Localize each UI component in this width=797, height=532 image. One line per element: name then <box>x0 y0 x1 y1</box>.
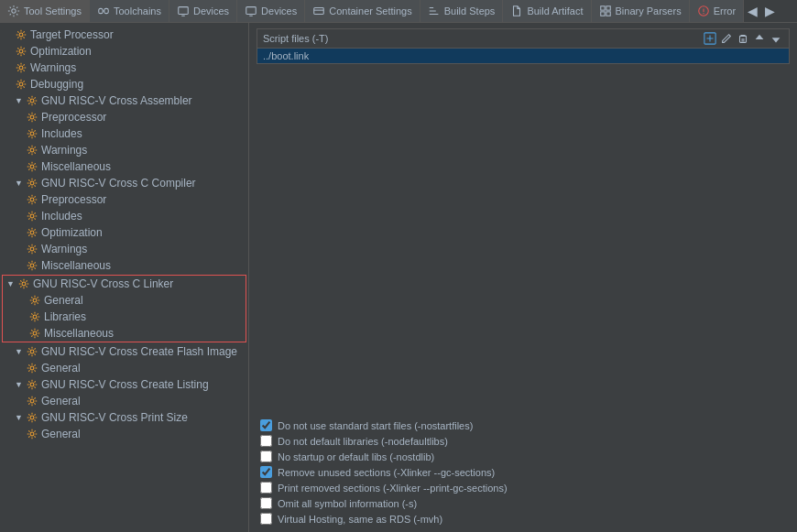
tree-group-cross-assembler[interactable]: ▼ GNU RISC-V Cross Assembler <box>0 92 248 109</box>
svg-point-28 <box>30 214 34 218</box>
tree-item-cc-optimization[interactable]: Optimization <box>0 224 248 241</box>
gear-icon-cl-gen <box>28 294 41 307</box>
gear-icon-opt <box>15 45 27 58</box>
tab-nav-left[interactable]: ◀ <box>744 0 761 22</box>
gear-icon-cp-gen <box>26 428 38 440</box>
tab-toolchains-label: Toolchains <box>114 5 161 16</box>
tree-item-cc-warnings[interactable]: Warnings <box>0 241 248 257</box>
script-empty-area <box>249 64 797 412</box>
svg-point-27 <box>30 198 34 201</box>
tree-item-cc-preprocessor[interactable]: Preprocessor <box>0 191 248 208</box>
checkbox-print-gc-sections[interactable] <box>260 482 272 494</box>
svg-point-20 <box>19 82 23 86</box>
gear-icon-cc-opt <box>26 226 38 239</box>
tab-build-artifact[interactable]: Build Artifact <box>503 0 591 22</box>
tab-tool-settings[interactable]: Tool Settings <box>0 0 90 22</box>
script-down-button[interactable] <box>769 31 783 46</box>
svg-point-38 <box>30 383 34 386</box>
svg-rect-10 <box>600 6 604 10</box>
tree-item-cp-general[interactable]: General <box>0 426 248 442</box>
tab-tool-settings-label: Tool Settings <box>24 5 82 16</box>
checkbox-nostartfiles[interactable] <box>260 419 272 431</box>
cross-assembler-label: GNU RISC-V Cross Assembler <box>41 94 192 107</box>
ca-warnings-label: Warnings <box>41 144 87 157</box>
chain-icon <box>97 5 110 17</box>
svg-point-36 <box>30 350 34 353</box>
tab-build-steps[interactable]: Build Steps <box>420 0 504 22</box>
tree-item-clt-general[interactable]: General <box>0 393 248 409</box>
checkbox-strip-all[interactable] <box>260 497 272 509</box>
gear-icon-cl-misc <box>28 327 41 340</box>
tab-bar: Tool Settings Toolchains Devices Devices… <box>0 0 797 23</box>
option-nodefaultlibs-label: Do not default libraries (-nodefaultlibs… <box>278 436 448 447</box>
container-icon <box>312 5 325 17</box>
tree-item-cf-general[interactable]: General <box>0 360 248 376</box>
tree-item-ca-misc[interactable]: Miscellaneous <box>0 158 248 175</box>
tree-item-ca-preprocessor[interactable]: Preprocessor <box>0 109 248 125</box>
gear-icon-linker <box>17 277 30 290</box>
svg-rect-4 <box>179 7 189 15</box>
tree-item-cl-general[interactable]: General <box>3 292 246 309</box>
gear-icon-ca-pre <box>26 111 38 124</box>
triangle-icon-assembler: ▼ <box>15 96 23 105</box>
svg-rect-1 <box>99 8 103 13</box>
tab-error[interactable]: Error <box>690 0 744 22</box>
tree-item-cl-misc[interactable]: Miscellaneous <box>3 325 246 342</box>
debugging-label: Debugging <box>30 78 83 91</box>
tab-binary-parsers-label: Binary Parsers <box>616 5 682 16</box>
svg-point-37 <box>30 366 34 370</box>
script-file-item[interactable]: ../boot.link <box>257 49 789 63</box>
svg-point-31 <box>30 264 34 267</box>
svg-rect-6 <box>246 7 257 15</box>
cc-warnings-label: Warnings <box>41 243 87 255</box>
tab-devices2[interactable]: Devices <box>237 0 305 22</box>
tree-group-flash[interactable]: ▼ GNU RISC-V Cross Create Flash Image <box>0 343 248 360</box>
tab-nav-right[interactable]: ▶ <box>761 0 779 22</box>
tree-item-ca-warnings[interactable]: Warnings <box>0 142 248 158</box>
tab-binary-parsers[interactable]: Binary Parsers <box>592 0 690 22</box>
tree-group-c-compiler[interactable]: ▼ GNU RISC-V Cross C Compiler <box>0 175 248 191</box>
tab-error-label: Error <box>714 5 736 16</box>
gear-icon <box>7 5 20 17</box>
tree-group-listing[interactable]: ▼ GNU RISC-V Cross Create Listing <box>0 376 248 393</box>
cc-misc-label: Miscellaneous <box>41 259 111 272</box>
listing-label: GNU RISC-V Cross Create Listing <box>41 378 209 391</box>
script-add-button[interactable] <box>703 31 717 46</box>
checkbox-nostdlib[interactable] <box>260 451 272 462</box>
checkbox-gc-sections[interactable] <box>260 466 272 478</box>
option-mvh: Virtual Hosting, same as RDS (-mvh) <box>260 513 786 525</box>
triangle-icon-linker: ▼ <box>6 279 15 288</box>
tree-item-optimization[interactable]: Optimization <box>0 43 248 60</box>
tree-item-cc-includes[interactable]: Includes <box>0 208 248 224</box>
checkbox-mvh[interactable] <box>260 513 272 525</box>
script-edit-button[interactable] <box>719 31 734 46</box>
clt-general-label: General <box>41 395 81 407</box>
tab-build-artifact-label: Build Artifact <box>527 5 583 16</box>
svg-rect-11 <box>606 6 609 10</box>
script-delete-button[interactable] <box>736 31 750 46</box>
tree-group-print[interactable]: ▼ GNU RISC-V Cross Print Size <box>0 409 248 426</box>
gear-icon-assembler <box>26 94 38 107</box>
tab-container-settings[interactable]: Container Settings <box>305 0 420 22</box>
target-processor-label: Target Processor <box>30 28 114 41</box>
cc-optimization-label: Optimization <box>41 226 103 239</box>
gear-icon-ca-inc <box>26 127 38 140</box>
tab-toolchains[interactable]: Toolchains <box>90 0 169 22</box>
tree-group-c-linker[interactable]: ▼ GNU RISC-V Cross C Linker <box>3 276 246 292</box>
option-gc-sections: Remove unused sections (-Xlinker --gc-se… <box>260 466 786 478</box>
ca-preprocessor-label: Preprocessor <box>41 111 106 124</box>
tab-devices1[interactable]: Devices <box>169 0 237 22</box>
tree-item-cl-libraries[interactable]: Libraries <box>3 309 246 325</box>
tree-item-ca-includes[interactable]: Includes <box>0 125 248 142</box>
artifact-icon <box>510 5 523 17</box>
checkbox-nodefaultlibs[interactable] <box>260 435 272 447</box>
tree-item-cc-misc[interactable]: Miscellaneous <box>0 257 248 274</box>
svg-point-24 <box>30 148 34 152</box>
svg-rect-12 <box>600 12 604 16</box>
tree-item-debugging[interactable]: Debugging <box>0 76 248 92</box>
tree-item-target-processor[interactable]: Target Processor <box>0 27 248 43</box>
script-up-button[interactable] <box>752 31 767 46</box>
tree-item-warnings[interactable]: Warnings <box>0 60 248 76</box>
option-print-gc-sections: Print removed sections (-Xlinker --print… <box>260 482 786 494</box>
svg-point-18 <box>19 49 23 53</box>
